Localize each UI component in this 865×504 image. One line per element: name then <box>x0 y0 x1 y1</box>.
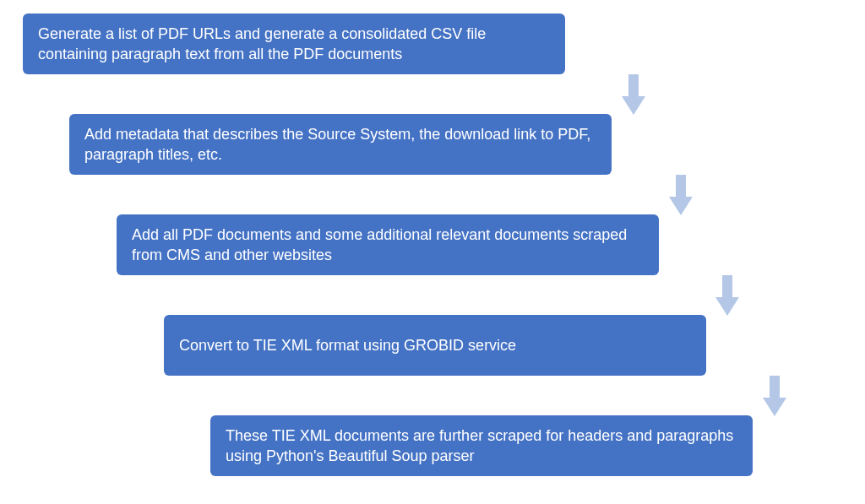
flow-step-4: Convert to TIE XML format using GROBID s… <box>164 315 706 376</box>
arrow-down-icon <box>669 175 693 215</box>
flow-step-4-text: Convert to TIE XML format using GROBID s… <box>179 335 516 355</box>
flow-step-1-text: Generate a list of PDF URLs and generate… <box>38 24 550 65</box>
flow-step-2: Add metadata that describes the Source S… <box>69 114 612 175</box>
flow-step-5-text: These TIE XML documents are further scra… <box>226 425 737 467</box>
arrow-down-icon <box>715 275 739 316</box>
flow-step-3-text: Add all PDF documents and some additiona… <box>132 225 644 266</box>
flow-step-2-text: Add metadata that describes the Source S… <box>84 124 596 165</box>
flow-step-3: Add all PDF documents and some additiona… <box>117 214 659 275</box>
flow-step-1: Generate a list of PDF URLs and generate… <box>23 14 565 74</box>
arrow-down-icon <box>763 376 786 416</box>
arrow-down-icon <box>622 74 645 115</box>
flow-step-5: These TIE XML documents are further scra… <box>210 415 753 476</box>
